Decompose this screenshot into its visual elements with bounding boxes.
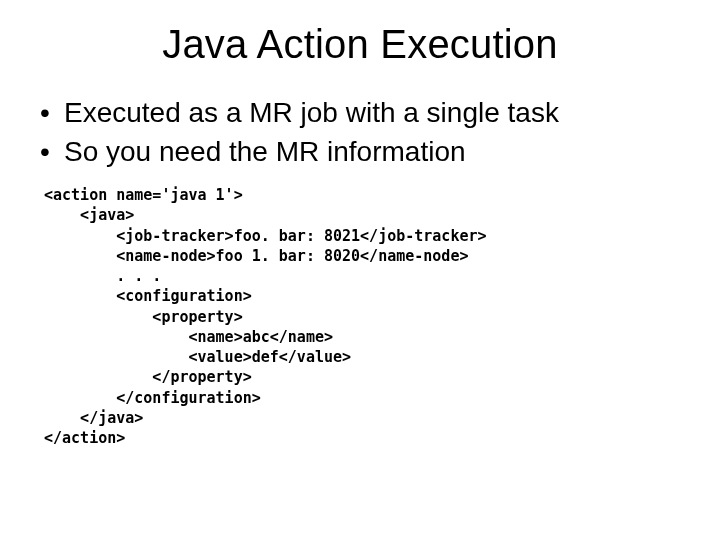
code-line: <java>: [44, 206, 134, 224]
code-line: </property>: [44, 368, 252, 386]
bullet-item: So you need the MR information: [40, 134, 680, 169]
code-line: <name>abc</name>: [44, 328, 333, 346]
bullet-list: Executed as a MR job with a single task …: [40, 95, 680, 169]
code-line: </configuration>: [44, 389, 261, 407]
slide-title: Java Action Execution: [40, 22, 680, 67]
code-line: <name-node>foo 1. bar: 8020</name-node>: [44, 247, 468, 265]
code-line: . . .: [44, 267, 161, 285]
code-line: </action>: [44, 429, 125, 447]
code-line: <action name='java 1'>: [44, 186, 243, 204]
code-block: <action name='java 1'> <java> <job-track…: [44, 185, 680, 448]
code-line: <job-tracker>foo. bar: 8021</job-tracker…: [44, 227, 487, 245]
code-line: <configuration>: [44, 287, 252, 305]
code-line: <value>def</value>: [44, 348, 351, 366]
code-line: </java>: [44, 409, 143, 427]
slide: Java Action Execution Executed as a MR j…: [0, 0, 720, 540]
bullet-item: Executed as a MR job with a single task: [40, 95, 680, 130]
code-line: <property>: [44, 308, 243, 326]
